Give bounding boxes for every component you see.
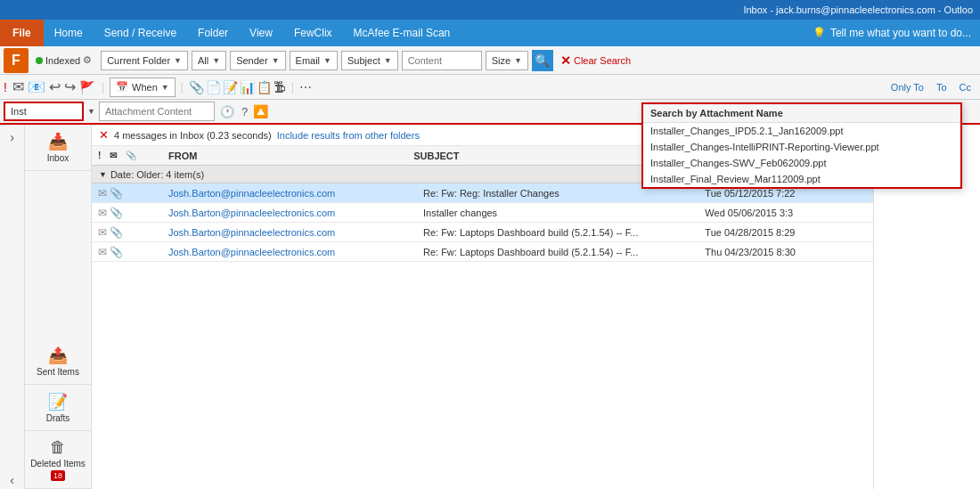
home-menu[interactable]: Home bbox=[44, 20, 94, 46]
inst-input[interactable] bbox=[4, 102, 84, 121]
all-dropdown[interactable]: All ▼ bbox=[192, 51, 226, 70]
table-row[interactable]: ✉ 📎 Josh.Barton@pinnacleelectronics.com … bbox=[92, 203, 873, 223]
search-button[interactable]: 🔍 bbox=[532, 50, 553, 71]
divider1: | bbox=[102, 81, 104, 94]
sidebar-item-drafts[interactable]: 📝 Drafts bbox=[25, 385, 91, 431]
tell-me-bar: 💡 Tell me what you want to do... bbox=[813, 27, 971, 39]
sidebar: 📥 Inbox 📤 Sent Items 📝 Drafts 🗑 Deleted … bbox=[25, 125, 92, 489]
drafts-icon: 📝 bbox=[48, 392, 68, 412]
settings-icon[interactable]: ⚙ bbox=[83, 54, 92, 66]
deleted-count-badge: 18 bbox=[51, 470, 65, 481]
sidebar-item-sent[interactable]: 📤 Sent Items bbox=[25, 338, 91, 385]
content-input[interactable] bbox=[402, 51, 482, 70]
outlook-logo: F bbox=[4, 48, 29, 73]
collapse-nav-icon[interactable]: ‹ bbox=[8, 471, 16, 489]
attach-cell: 📎 bbox=[110, 187, 123, 200]
pdf-icon: 📄 bbox=[206, 80, 221, 94]
autocomplete-item[interactable]: Installer_Final_Review_Mar112009.ppt bbox=[643, 171, 960, 187]
forward-icon: ↪ bbox=[64, 78, 76, 95]
clock-icon[interactable]: 🕐 bbox=[218, 103, 236, 120]
chevron-down-icon: ▼ bbox=[384, 56, 392, 65]
triangle-icon[interactable]: ▼ bbox=[99, 170, 107, 179]
size-dropdown[interactable]: Size ▼ bbox=[486, 51, 528, 70]
divider3: | bbox=[291, 81, 294, 94]
chevron-down-icon: ▼ bbox=[174, 56, 182, 65]
email-dropdown[interactable]: Email ▼ bbox=[290, 51, 338, 70]
flag-header[interactable]: ! bbox=[95, 151, 103, 160]
row-received: Tue 05/12/2015 7:22 bbox=[699, 188, 873, 199]
chevron-down-icon: ▼ bbox=[212, 56, 220, 65]
toolbar-row1: F Indexed ⚙ Current Folder ▼ All ▼ Sende… bbox=[0, 46, 980, 75]
tell-me-text[interactable]: Tell me what you want to do... bbox=[830, 27, 971, 39]
row-subject: Re: Fw: Laptops Dashboard build (5.2.1.5… bbox=[418, 227, 699, 238]
deleted-icon: 🗑 bbox=[50, 438, 66, 457]
autocomplete-item[interactable]: Installer_Changes-IntelliPRINT-Reporting… bbox=[643, 139, 960, 155]
attachment-icon: 📎 bbox=[189, 80, 204, 94]
attach-cell: 📎 bbox=[110, 246, 123, 258]
table-row[interactable]: ✉ 📎 Josh.Barton@pinnacleelectronics.com … bbox=[92, 242, 873, 262]
inst-dropdown-arrow[interactable]: ▼ bbox=[87, 107, 95, 116]
reply-icon: ↩ bbox=[49, 78, 61, 95]
fewclix-menu[interactable]: FewClix bbox=[283, 20, 343, 46]
menu-bar: File Home Send / Receive Folder View Few… bbox=[0, 20, 980, 46]
attach-cell: 📎 bbox=[110, 226, 123, 239]
error-icon: ✕ bbox=[99, 128, 109, 142]
collapse-icon[interactable]: 🔼 bbox=[253, 104, 268, 118]
read-header[interactable]: ✉ bbox=[107, 151, 119, 160]
col-icons-header: ! ✉ 📎 bbox=[92, 146, 163, 165]
row-icons: ✉ 📎 bbox=[92, 207, 163, 219]
attach-cell: 📎 bbox=[110, 207, 123, 219]
row-subject: Re: Fw: Laptops Dashboard build (5.2.1.5… bbox=[418, 247, 699, 257]
row-from: Josh.Barton@pinnacleelectronics.com bbox=[163, 188, 418, 199]
subject-header[interactable]: SUBJECT bbox=[408, 146, 679, 165]
when-dropdown[interactable]: 📅 When ▼ bbox=[110, 77, 176, 97]
view-menu[interactable]: View bbox=[239, 20, 283, 46]
table-row[interactable]: ✉ 📎 Josh.Barton@pinnacleelectronics.com … bbox=[92, 223, 873, 242]
sidebar-inbox-label: Inbox bbox=[47, 153, 69, 163]
importance-icon: ! bbox=[4, 80, 7, 94]
inbox-icon: 📥 bbox=[48, 132, 68, 151]
include-folders-link[interactable]: Include results from other folders bbox=[277, 130, 420, 141]
autocomplete-item[interactable]: Installer_Changes_IPD5.2.1_Jan162009.ppt bbox=[643, 123, 960, 139]
toolbar-row2: ! ✉ 📧 ↩ ↪ 🚩 | 📅 When ▼ | 📎 📄 📝 📊 📋 🗜 | ⋯… bbox=[0, 75, 980, 100]
autocomplete-item[interactable]: Installer_Changes-SWV_Feb062009.ppt bbox=[643, 155, 960, 171]
result-text: 4 messages in Inbox (0.23 seconds) bbox=[114, 130, 272, 141]
file-menu[interactable]: File bbox=[0, 20, 44, 46]
chevron-down-icon: ▼ bbox=[161, 83, 169, 92]
close-icon: ✕ bbox=[560, 53, 571, 68]
title-text: Inbox - jack.burns@pinnacleelectronics.c… bbox=[743, 4, 973, 15]
row-icons: ✉ 📎 bbox=[92, 226, 163, 239]
to-button[interactable]: To bbox=[931, 80, 952, 94]
help-icon[interactable]: ? bbox=[240, 103, 249, 120]
indexed-label: Indexed bbox=[45, 55, 80, 66]
indexed-dot bbox=[36, 57, 43, 64]
from-header[interactable]: FROM bbox=[163, 146, 408, 165]
expand-icon[interactable]: › bbox=[8, 128, 16, 146]
current-folder-dropdown[interactable]: Current Folder ▼ bbox=[101, 51, 188, 70]
attach-header[interactable]: 📎 bbox=[123, 151, 139, 160]
attachment-content-input[interactable] bbox=[99, 102, 215, 121]
folder-menu[interactable]: Folder bbox=[187, 20, 239, 46]
read-cell: ✉ bbox=[98, 246, 107, 258]
excel-icon: 📊 bbox=[240, 80, 255, 94]
subject-dropdown[interactable]: Subject ▼ bbox=[341, 51, 398, 70]
sidebar-item-inbox[interactable]: 📥 Inbox bbox=[25, 125, 91, 171]
send-receive-menu[interactable]: Send / Receive bbox=[94, 20, 187, 46]
sidebar-item-deleted[interactable]: 🗑 Deleted Items 18 bbox=[25, 431, 91, 489]
row-subject: Installer changes bbox=[418, 208, 699, 218]
indexed-badge: Indexed ⚙ bbox=[36, 54, 92, 66]
cc-button[interactable]: Cc bbox=[954, 80, 976, 94]
ppt-icon: 📋 bbox=[257, 80, 272, 94]
row-received: Tue 04/28/2015 8:29 bbox=[699, 227, 873, 238]
sidebar-drafts-label: Drafts bbox=[46, 413, 70, 423]
sender-dropdown[interactable]: Sender ▼ bbox=[230, 51, 285, 70]
clear-search-label: Clear Search bbox=[574, 55, 631, 66]
divider2: | bbox=[181, 81, 184, 94]
unread-icon: ✉ bbox=[12, 78, 24, 95]
row-received: Wed 05/06/2015 3:3 bbox=[699, 208, 873, 218]
sent-icon: 📤 bbox=[48, 346, 68, 365]
sidebar-deleted-label: Deleted Items bbox=[30, 459, 86, 469]
clear-search-button[interactable]: ✕ Clear Search bbox=[557, 53, 634, 68]
mcafee-menu[interactable]: McAfee E-mail Scan bbox=[343, 20, 461, 46]
only-to-button[interactable]: Only To bbox=[886, 80, 929, 94]
